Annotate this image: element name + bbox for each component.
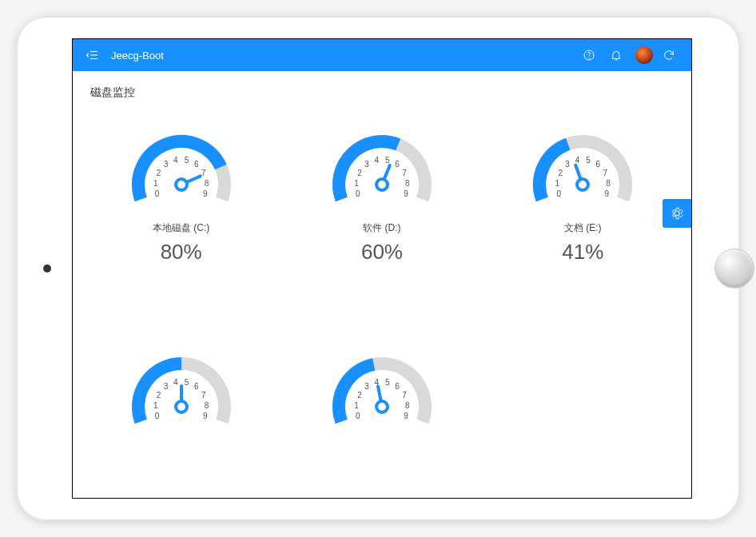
gauge-cell: 0123456789文档 (E:)41% <box>483 138 683 265</box>
gauge-cell: 0123456789软件 (D:)60% <box>281 138 482 265</box>
brand-title: Jeecg-Boot <box>111 50 164 62</box>
gauge-cell: 0123456789本地磁盘 (C:)80% <box>81 138 281 265</box>
app-header: Jeecg-Boot <box>73 39 691 71</box>
svg-point-10 <box>577 179 588 190</box>
gauge: 0123456789 <box>125 360 237 432</box>
gauge-cell: 0123456789 <box>81 360 281 448</box>
gauge: 0123456789 <box>326 138 438 210</box>
gauge-grid: 0123456789本地磁盘 (C:)80%0123456789软件 (D:)6… <box>73 106 691 498</box>
gauge-value: 60% <box>361 240 403 265</box>
svg-point-14 <box>376 401 388 412</box>
tablet-frame: Jeecg-Boot <box>16 16 740 521</box>
menu-collapse-icon <box>86 48 100 62</box>
gauge: 0123456789 <box>527 138 639 210</box>
menu-toggle-button[interactable] <box>84 46 101 64</box>
avatar[interactable] <box>635 46 653 64</box>
help-icon <box>583 49 595 62</box>
gauge-value: 80% <box>161 240 202 265</box>
page-title: 磁盘监控 <box>73 71 691 106</box>
gauge: 0123456789 <box>326 360 438 432</box>
notifications-button[interactable] <box>605 44 627 66</box>
gauge-cell: 0123456789 <box>281 360 482 448</box>
svg-point-4 <box>589 58 590 58</box>
gear-icon <box>670 206 684 221</box>
gauge-value: 41% <box>562 240 603 265</box>
refresh-icon <box>662 49 675 62</box>
content-area: 磁盘监控 0123456789本地磁盘 (C:)80%0123456789软件 … <box>73 71 691 498</box>
app-screen: Jeecg-Boot <box>72 38 692 499</box>
help-button[interactable] <box>578 44 600 66</box>
tablet-home-button[interactable] <box>714 249 754 288</box>
settings-drawer-button[interactable] <box>662 199 691 228</box>
svg-point-6 <box>176 179 187 190</box>
tablet-camera <box>43 265 51 272</box>
refresh-button[interactable] <box>658 44 680 66</box>
svg-point-12 <box>176 401 187 412</box>
svg-point-8 <box>376 179 388 190</box>
bell-icon <box>610 49 623 62</box>
gauge: 0123456789 <box>125 138 237 210</box>
